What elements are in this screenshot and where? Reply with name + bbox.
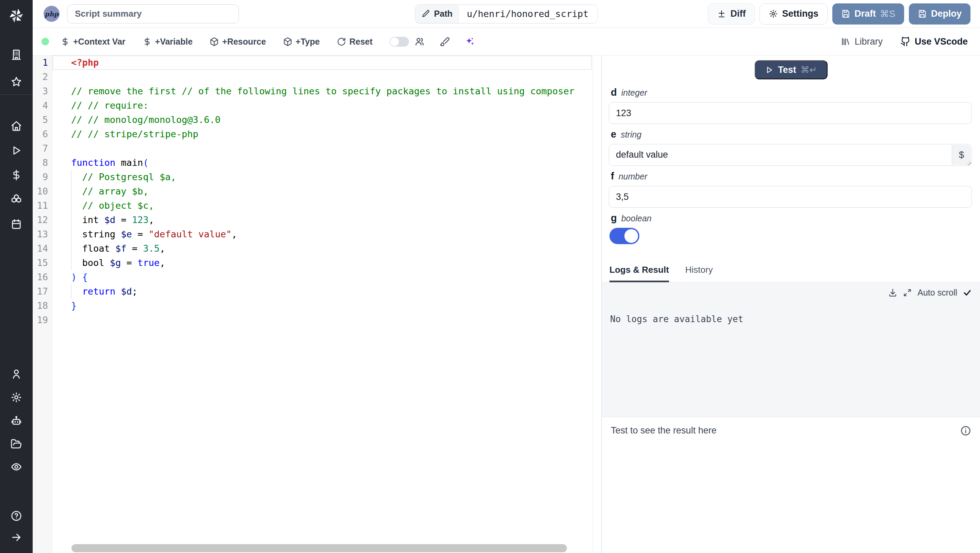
result-panel: Test to see the result here — [602, 417, 980, 553]
code-token: true — [137, 257, 159, 268]
format-brush-icon[interactable] — [440, 37, 450, 47]
code-token: <?php — [71, 57, 99, 68]
code-line[interactable]: 15 bool $g = true, — [33, 256, 601, 270]
use-vscode-button[interactable]: Use VScode — [900, 37, 968, 47]
code-line[interactable]: 10 // array $b, — [33, 184, 601, 199]
settings-gear-icon[interactable] — [11, 392, 22, 403]
runs-play-icon[interactable] — [11, 145, 22, 156]
tab-history[interactable]: History — [685, 265, 713, 282]
favorites-star-icon[interactable] — [11, 76, 22, 88]
script-summary-input[interactable] — [67, 5, 239, 24]
reset-rotate-icon — [337, 37, 346, 46]
workspace-icon[interactable] — [11, 49, 22, 60]
account-user-icon[interactable] — [11, 368, 22, 380]
code-token: // remove the first // of the following … — [71, 86, 574, 96]
ai-sparkles-icon[interactable] — [465, 37, 475, 47]
code-token: , — [231, 229, 237, 239]
settings-button[interactable]: Settings — [759, 3, 827, 24]
workers-robot-icon[interactable] — [11, 415, 22, 427]
audit-eye-icon[interactable] — [11, 461, 22, 473]
code-token: $d — [105, 215, 116, 225]
code-line[interactable]: 18} — [33, 299, 601, 313]
add-context-var-label: +Context Var — [73, 37, 126, 47]
library-button[interactable]: Library — [841, 37, 883, 47]
code-line[interactable]: 12 int $d = 123, — [33, 213, 601, 227]
add-context-var-button[interactable]: +Context Var — [60, 37, 126, 47]
diff-button[interactable]: Diff — [708, 3, 755, 24]
editor-toolbar: +Context Var +Variable +Resource +Type R… — [33, 28, 980, 56]
gear-icon — [769, 9, 778, 18]
code-line[interactable]: 17 return $d; — [33, 284, 601, 299]
code-token: 123 — [132, 215, 149, 225]
code-token — [71, 200, 82, 211]
expand-logs-icon[interactable] — [903, 288, 912, 297]
home-icon[interactable] — [11, 120, 22, 132]
code-token: // // require: — [71, 100, 149, 111]
field-d-input[interactable] — [609, 102, 972, 124]
code-line[interactable]: 1<?php — [33, 56, 601, 70]
info-icon[interactable] — [960, 425, 971, 436]
field-f-input[interactable] — [609, 186, 972, 208]
download-logs-icon[interactable] — [888, 288, 897, 297]
multiplayer-toggle[interactable] — [390, 37, 409, 47]
expand-sidebar-arrow-icon[interactable] — [11, 532, 22, 543]
code-line-content: // // monolog/monolog@3.6.0 — [52, 113, 592, 127]
code-line-content: int $d = 123, — [52, 213, 592, 227]
status-dot — [41, 38, 49, 45]
insert-variable-button[interactable]: $ — [952, 145, 971, 165]
resources-boxes-icon[interactable] — [11, 194, 22, 206]
folders-icon[interactable] — [11, 438, 22, 450]
code-line[interactable]: 6// // stripe/stripe-php — [33, 127, 601, 141]
script-path-field[interactable]: Path u/henri/honored_script — [415, 5, 598, 24]
add-type-button[interactable]: +Type — [283, 37, 320, 47]
deploy-button[interactable]: Deploy — [909, 3, 970, 24]
tab-logs-result[interactable]: Logs & Result — [609, 265, 669, 282]
line-number: 19 — [33, 313, 52, 327]
settings-label: Settings — [782, 8, 818, 19]
field-type: string — [620, 130, 641, 140]
code-editor[interactable]: 1<?php23// remove the first // of the fo… — [33, 56, 601, 553]
field-e-wrap: default value $ — [609, 144, 972, 166]
code-line[interactable]: 14 float $f = 3.5, — [33, 241, 601, 256]
test-button[interactable]: Test ⌘↵ — [755, 60, 827, 79]
code-token: "default value" — [149, 229, 232, 239]
code-line[interactable]: 4// // require: — [33, 99, 601, 113]
code-line-content: // array $b, — [52, 184, 592, 199]
horizontal-scrollbar-thumb[interactable] — [72, 544, 567, 552]
code-line[interactable]: 8function main( — [33, 156, 601, 170]
run-panel: Test ⌘↵ d integer e string defa — [601, 56, 980, 553]
code-token: float — [71, 243, 115, 254]
schedules-calendar-icon[interactable] — [11, 218, 22, 230]
auto-scroll-check-icon[interactable] — [963, 288, 972, 297]
code-line[interactable]: 11 // object $c, — [33, 199, 601, 213]
code-line[interactable]: 5// // monolog/monolog@3.6.0 — [33, 113, 601, 127]
line-number: 15 — [33, 256, 52, 270]
code-line[interactable]: 19 — [33, 313, 601, 327]
variables-dollar-icon[interactable] — [11, 169, 22, 181]
add-resource-button[interactable]: +Resource — [210, 37, 266, 47]
library-icon — [841, 37, 850, 46]
code-line[interactable]: 3// remove the first // of the following… — [33, 84, 601, 99]
field-g-toggle[interactable] — [609, 228, 640, 244]
draft-button[interactable]: Draft ⌘S — [832, 3, 904, 24]
code-token: int — [71, 215, 105, 225]
code-line[interactable]: 13 string $e = "default value", — [33, 227, 601, 241]
package-icon — [283, 37, 292, 46]
help-icon[interactable] — [11, 510, 22, 522]
content: 1<?php23// remove the first // of the fo… — [33, 56, 980, 553]
path-value: u/henri/honored_script — [460, 5, 598, 23]
code-line[interactable]: 2 — [33, 70, 601, 84]
use-vscode-label: Use VScode — [915, 37, 968, 47]
line-number: 8 — [33, 156, 52, 170]
code-token — [71, 172, 82, 182]
code-token: = — [121, 257, 137, 268]
line-number: 14 — [33, 241, 52, 256]
code-line[interactable]: 7 — [33, 141, 601, 156]
code-line[interactable]: 9 // Postgresql $a, — [33, 170, 601, 184]
windmill-logo-icon[interactable] — [8, 7, 25, 24]
code-token: , — [159, 257, 165, 268]
add-variable-button[interactable]: +Variable — [143, 37, 193, 47]
code-line[interactable]: 16) { — [33, 270, 601, 284]
reset-button[interactable]: Reset — [337, 37, 372, 47]
field-e-textarea[interactable]: default value — [609, 144, 972, 166]
